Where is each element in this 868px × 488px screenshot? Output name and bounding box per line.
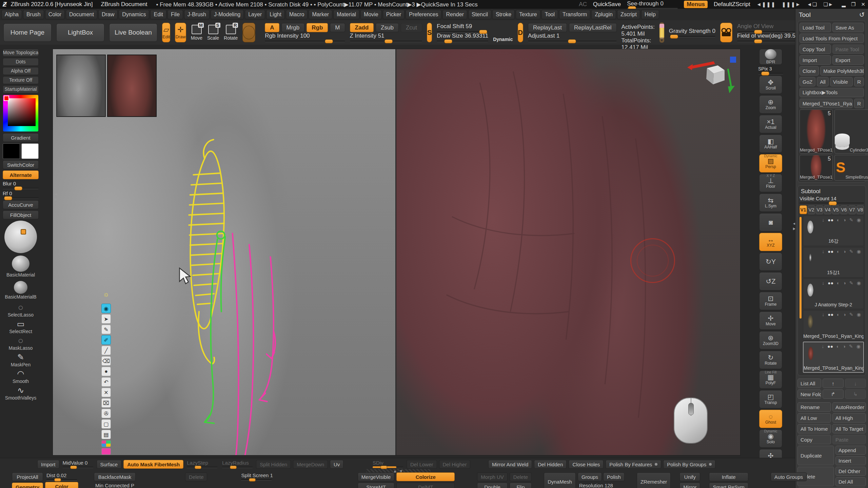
color-picker[interactable] [3, 95, 39, 132]
menu-item[interactable]: Brush [23, 10, 44, 19]
bottom-button[interactable]: Uv [330, 460, 343, 469]
auto-groups-button[interactable]: Auto Groups [771, 472, 807, 481]
import-button[interactable]: Import [800, 55, 831, 65]
bottom-button[interactable]: Auto Mask FiberMesh [123, 460, 183, 469]
bottom-button[interactable]: MergeDown [293, 460, 328, 469]
paintbrush-icon[interactable]: ✎ [849, 312, 853, 317]
focal-shift-slider[interactable]: Focal Shift 59 [437, 23, 488, 33]
menu-item[interactable]: J-Modeling [211, 10, 244, 19]
bottom-button[interactable]: Import [37, 460, 59, 469]
mor​ph-uv-button[interactable]: Morph UV [477, 472, 508, 481]
clear-icon[interactable]: ✕ [101, 388, 111, 397]
document-canvas[interactable]: ☼ ◉➤✎✐╱⌫●↶✕⌧✇▢▤ ◄► [53, 49, 741, 455]
mrgb-button[interactable]: Mrgb [281, 23, 305, 32]
paste-subtool-button[interactable]: Paste [832, 435, 866, 444]
ghost-icon[interactable]: ◑ [843, 249, 846, 254]
current-tool-r-button[interactable]: R [854, 99, 864, 108]
min-connected-slider[interactable]: Min Connected P [94, 483, 136, 488]
polypaint-icon[interactable]: ●● [827, 344, 833, 349]
list-all-button[interactable]: List All [797, 379, 821, 388]
polyf-icon[interactable]: Line Fill ▦ PolyF [759, 370, 782, 389]
flip-button[interactable]: Flip [510, 483, 532, 488]
save-as-button[interactable]: Save As [832, 23, 864, 32]
xyz-icon[interactable]: ↔ XYZ [759, 233, 782, 251]
gradient-button[interactable]: Gradient [3, 133, 39, 142]
divider-right-icon[interactable]: ❚❚❚► [782, 1, 801, 7]
collapse-icon[interactable]: ↓ [822, 344, 824, 349]
del-other-button[interactable]: Del Other [835, 467, 866, 476]
bottom-button[interactable]: Del Hidden [534, 460, 567, 469]
ac-button[interactable]: AC [579, 1, 587, 8]
alternate-button[interactable]: Alternate [3, 170, 39, 179]
zoom-icon[interactable]: ⊕ Zoom [759, 95, 782, 114]
copy-subtool-button[interactable]: Copy [797, 435, 831, 444]
eye-icon[interactable]: ◉ [857, 217, 861, 223]
menu-item[interactable]: File [167, 10, 183, 19]
recent-tool-thumbnail[interactable]: 5 Merged_TPose1 [800, 155, 833, 181]
transpose-lock-icon[interactable]: ◙ [759, 213, 782, 231]
append-button[interactable]: Append [835, 446, 866, 455]
move-down-button[interactable]: ↓ [845, 379, 866, 388]
eraser-icon[interactable]: ⌫ [101, 356, 111, 366]
menu-item[interactable]: Tool [541, 10, 558, 19]
edit-button[interactable]: ▱ Edit [162, 23, 170, 42]
accucurve-button[interactable]: AccuCurve [3, 200, 39, 209]
current-brush-thumbnail[interactable]: Move Topologica [3, 49, 39, 57]
paintbrush-icon[interactable]: ✎ [849, 217, 853, 223]
rotate-z-icon[interactable]: ↺Z [759, 272, 782, 290]
lightbox-button[interactable]: LightBox [56, 23, 104, 42]
dynamic-mode-button[interactable]: D [518, 23, 523, 42]
bottom-button[interactable]: Del Lower [407, 460, 437, 469]
mask-pen-brush[interactable]: ✎ MaskPen [3, 352, 39, 368]
menu-item[interactable]: Zscript [617, 10, 640, 19]
subtool-view-tab[interactable]: V4 [824, 205, 831, 214]
dynamic-label[interactable]: Dynamic [493, 37, 513, 42]
zadd-button[interactable]: Zadd [350, 23, 374, 32]
paintbrush-icon[interactable]: ✎ [849, 280, 853, 286]
collapse-icon[interactable]: ↓ [822, 217, 824, 223]
load-tool-button[interactable]: Load Tool [800, 23, 831, 32]
geometry-tab[interactable]: Geometry [12, 483, 43, 488]
color-tab[interactable]: Color [45, 482, 78, 488]
aahalf-icon[interactable]: ◧ AAHalf [759, 135, 782, 153]
double-button[interactable]: Double [477, 483, 508, 488]
subtool-view-tab[interactable]: V5 [832, 205, 840, 214]
bpr-button[interactable]: BPR [759, 49, 782, 65]
m-button[interactable]: M [330, 23, 345, 32]
paste-tool-button[interactable]: Paste Tool [832, 44, 864, 54]
colorize-button[interactable]: Colorize [396, 472, 455, 481]
scale-button[interactable]: S Scale [207, 23, 219, 42]
camera-button[interactable] [720, 23, 732, 42]
basic-material-b-item[interactable]: BasicMaterialB [3, 280, 39, 301]
minimize-button[interactable]: ▂ [842, 1, 846, 7]
collapse-icon[interactable]: ↓ [822, 249, 824, 254]
zremesher-button[interactable]: ZRemesher [637, 472, 671, 488]
menu-item[interactable]: Material [333, 10, 359, 19]
polypaint-icon[interactable]: ●● [828, 312, 833, 317]
subtool-item[interactable]: ↓ ●● ◐ ◑ ✎ ◉ J Anatomy Step-2 [803, 279, 864, 309]
eye-icon[interactable]: ◉ [857, 249, 861, 254]
highlighter-icon[interactable]: ✐ [101, 335, 111, 345]
eye-icon[interactable]: ◉ [857, 280, 861, 286]
bottom-button[interactable]: LazyRadius [221, 460, 254, 468]
a-button[interactable]: A [265, 23, 279, 32]
viewport-left[interactable]: ☼ ◉➤✎✐╱⌫●↶✕⌧✇▢▤ ◄► [53, 49, 395, 455]
del-all-button[interactable]: Del All [835, 477, 866, 486]
visible-count-slider[interactable]: Visible Count 14 [800, 196, 864, 204]
clipboard-icon[interactable]: ▤ [101, 430, 111, 439]
current-brush-preview[interactable] [242, 23, 255, 42]
menu-item[interactable]: Help [641, 10, 659, 19]
unify-button[interactable]: Unify [679, 472, 700, 481]
capture-icon[interactable]: ✇ [101, 409, 111, 418]
menu-item[interactable]: Edit [150, 10, 166, 19]
backface-mask-button[interactable]: BackfaceMask [94, 472, 136, 481]
subtool-item[interactable]: ↓ ●● ◐ ◑ ✎ ◉ Merged_TPose1_Ryan_Kingslie [803, 342, 864, 373]
menu-item[interactable]: Render [442, 10, 467, 19]
cylinder3d-thumbnail[interactable]: Cylinder3D [834, 109, 868, 154]
collapse-icon[interactable]: ↓ [822, 312, 824, 317]
dot-tool-icon[interactable]: ● [101, 367, 111, 376]
paintbrush-icon[interactable]: ✎ [849, 249, 853, 254]
dynamesh-groups-button[interactable]: Groups [578, 472, 602, 481]
smooth-brush[interactable]: ◠ Smooth [3, 368, 39, 385]
split-screen-bottom-slider[interactable]: Split Screen 1 [240, 472, 274, 481]
